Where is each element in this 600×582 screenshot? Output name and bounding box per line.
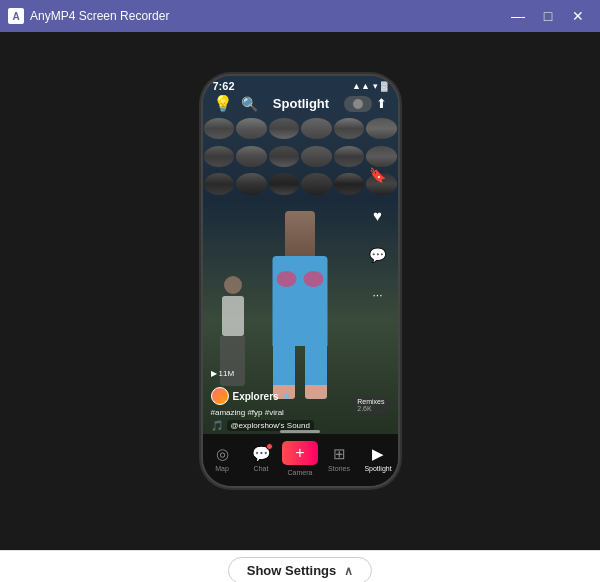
app-title: AnyMP4 Screen Recorder xyxy=(30,9,169,23)
tiktok-top-bar: 💡 🔍 Spotlight ⬆ xyxy=(203,94,398,113)
more-action[interactable]: ··· xyxy=(364,281,392,309)
hashtags: #amazing #fyp #viral xyxy=(211,408,358,417)
show-settings-label: Show Settings xyxy=(247,563,337,578)
person-left xyxy=(213,276,253,396)
nav-chat[interactable]: 💬 Chat xyxy=(242,445,281,472)
tiktok-video: 🔖 ♥ 💬 ··· xyxy=(203,76,398,486)
minimize-button[interactable]: — xyxy=(504,6,532,26)
tiktok-bottom-info: Explorers ⊙ #amazing #fyp #viral 🎵 @expl… xyxy=(211,387,358,431)
wifi-icon: ▾ xyxy=(373,81,378,91)
phone-mockup: 🔖 ♥ 💬 ··· xyxy=(203,76,398,486)
play-icon: ▶ xyxy=(211,369,217,378)
battery-icon: ▓ xyxy=(381,81,388,91)
show-settings-bar: Show Settings ∧ xyxy=(0,550,600,582)
nav-stories-label: Stories xyxy=(328,465,350,472)
main-content: 🔖 ♥ 💬 ··· xyxy=(0,32,600,550)
nav-camera-label: Camera xyxy=(288,469,313,476)
nav-map-label: Map xyxy=(215,465,229,472)
like-action[interactable]: ♥ xyxy=(364,201,392,229)
remixes-label: Remixes xyxy=(357,398,384,405)
bookmark-action[interactable]: 🔖 xyxy=(364,161,392,189)
nav-camera[interactable]: Camera xyxy=(281,441,320,476)
signal-icon: ▲▲ xyxy=(352,81,370,91)
show-settings-button[interactable]: Show Settings ∧ xyxy=(228,557,373,582)
phone-time: 7:62 xyxy=(213,80,235,92)
tiktok-title: Spotlight xyxy=(273,96,329,111)
tiktok-right-actions: 🔖 ♥ 💬 ··· xyxy=(364,161,392,309)
tiktok-nav: ◎ Map 💬 Chat Camera xyxy=(203,434,398,486)
chevron-icon: ∧ xyxy=(344,564,353,578)
phone-screen: 🔖 ♥ 💬 ··· xyxy=(203,76,398,486)
views-count-text: 11M xyxy=(219,369,235,378)
tiktok-toggle[interactable] xyxy=(344,96,372,112)
mannequin-figure xyxy=(255,211,345,391)
creator-avatar xyxy=(211,387,229,405)
title-bar-left: A AnyMP4 Screen Recorder xyxy=(8,8,169,24)
nav-stories[interactable]: ⊞ Stories xyxy=(320,445,359,472)
nav-spotlight[interactable]: ▶ Spotlight xyxy=(359,445,398,472)
map-icon: ◎ xyxy=(216,445,229,463)
comment-action[interactable]: 💬 xyxy=(364,241,392,269)
close-button[interactable]: ✕ xyxy=(564,6,592,26)
maximize-button[interactable]: □ xyxy=(534,6,562,26)
verified-icon: ⊙ xyxy=(283,392,290,401)
pipes-row-1 xyxy=(203,116,398,141)
remixes-count: 2.6K xyxy=(357,405,384,412)
spotlight-icon: ▶ xyxy=(372,445,384,463)
camera-plus-button[interactable] xyxy=(282,441,318,465)
video-views: ▶ 11M xyxy=(211,369,235,378)
nav-map[interactable]: ◎ Map xyxy=(203,445,242,472)
stories-icon: ⊞ xyxy=(333,445,346,463)
app-icon: A xyxy=(8,8,24,24)
creator-row: Explorers ⊙ xyxy=(211,387,358,405)
remixes-tag: Remixes 2.6K xyxy=(352,396,389,414)
creator-name: Explorers xyxy=(233,391,279,402)
nav-chat-label: Chat xyxy=(254,465,269,472)
title-bar: A AnyMP4 Screen Recorder — □ ✕ xyxy=(0,0,600,32)
window-controls: — □ ✕ xyxy=(504,6,592,26)
phone-status-bar: 7:62 ▲▲ ▾ ▓ xyxy=(203,76,398,96)
status-icons: ▲▲ ▾ ▓ xyxy=(352,81,387,91)
scroll-indicator xyxy=(280,430,320,433)
nav-spotlight-label: Spotlight xyxy=(364,465,391,472)
